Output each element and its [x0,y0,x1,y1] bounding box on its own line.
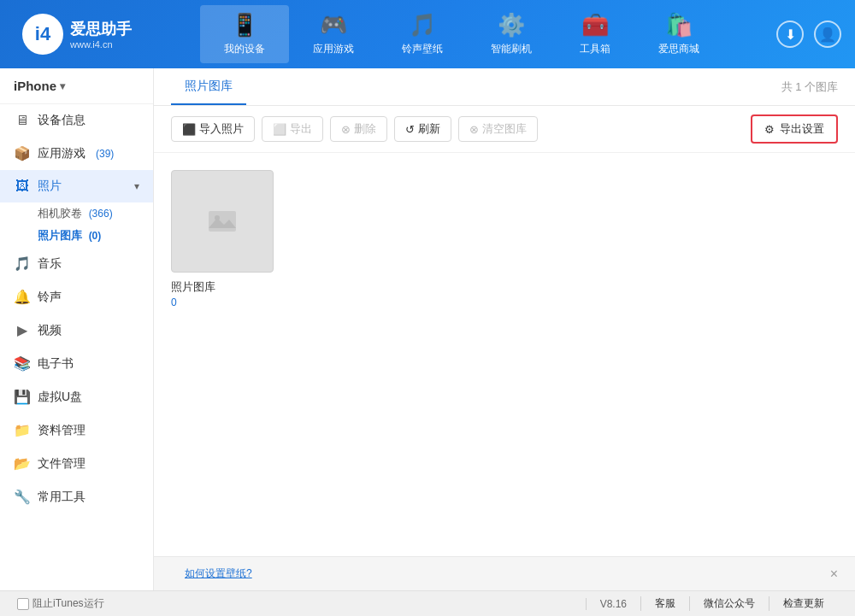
status-link-service[interactable]: 客服 [640,596,689,611]
logo-symbol: i4 [35,23,50,45]
common-tools-icon: 🔧 [14,489,31,505]
device-label[interactable]: iPhone ▾ [0,68,153,104]
logo-url: www.i4.cn [70,39,132,50]
music-icon: 🎵 [14,255,31,272]
content-tabs: 照片图库 [171,68,246,105]
status-link-wechat[interactable]: 微信公众号 [689,596,769,611]
photo-library-count: (0) [89,230,102,242]
nav-item-my-device[interactable]: 📱 我的设备 [200,5,289,63]
photo-placeholder-icon [205,204,239,238]
tab-photo-library[interactable]: 照片图库 [171,68,246,105]
svg-rect-0 [209,211,236,232]
logo-area: i4 爱思助手 www.i4.cn [0,14,154,55]
main-area: iPhone ▾ 🖥 设备信息 📦 应用游戏 (39) 🖼 照片 ▾ 相机胶卷 … [0,68,855,590]
nav-items: 📱 我的设备 🎮 应用游戏 🎵 铃声壁纸 ⚙️ 智能刷机 🧰 工具箱 🛍️ 爱思… [154,5,770,63]
export-settings-icon: ⚙ [764,123,775,136]
sidebar-item-common-tools-label: 常用工具 [38,490,86,505]
sidebar-item-photos[interactable]: 🖼 照片 ▾ [0,170,153,202]
sidebar-item-virtual-udisk[interactable]: 💾 虚拟U盘 [0,380,153,414]
logo-icon: i4 [22,14,63,55]
export-icon: ⬜ [273,123,286,136]
photo-library-label: 照片图库 [38,229,82,242]
sidebar: iPhone ▾ 🖥 设备信息 📦 应用游戏 (39) 🖼 照片 ▾ 相机胶卷 … [0,68,154,590]
sidebar-item-apps[interactable]: 📦 应用游戏 (39) [0,137,153,170]
export-settings-button[interactable]: ⚙ 导出设置 [751,114,838,144]
bottom-hint-link[interactable]: 如何设置壁纸? [185,566,252,581]
status-bar: 阻止iTunes运行 V8.16 客服 微信公众号 检查更新 [0,590,855,616]
toolbar-right: ⚙ 导出设置 [751,114,838,144]
apps-badge: (39) [96,148,114,160]
virtual-udisk-icon: 💾 [14,389,31,405]
refresh-icon: ↺ [405,123,415,136]
camera-roll-count: (366) [89,208,113,220]
sidebar-item-data-manage[interactable]: 📁 资料管理 [0,414,153,447]
sidebar-item-video[interactable]: ▶ 视频 [0,314,153,347]
nav-item-store[interactable]: 🛍️ 爱思商城 [634,5,723,63]
camera-roll-label: 相机胶卷 [38,207,82,220]
import-icon: ⬛ [182,123,196,136]
sidebar-item-apps-label: 应用游戏 [38,146,86,161]
sidebar-item-music-label: 音乐 [38,256,62,272]
user-button[interactable]: 👤 [814,21,841,48]
photo-thumb [171,170,274,273]
clear-button[interactable]: ⊗ 清空图库 [458,116,538,142]
apps-icon: 📦 [14,145,31,161]
nav-item-ringtones[interactable]: 🎵 铃声壁纸 [378,5,467,63]
export-button[interactable]: ⬜ 导出 [262,116,323,142]
video-icon: ▶ [14,322,31,338]
photo-item-count: 0 [171,296,177,308]
nav-label-ringtones: 铃声壁纸 [402,42,443,56]
sidebar-item-file-manage-label: 文件管理 [38,456,86,472]
nav-item-smart-flash[interactable]: ⚙️ 智能刷机 [467,5,556,63]
sidebar-item-device-info-label: 设备信息 [38,113,86,128]
ebook-icon: 📚 [14,355,31,372]
delete-button[interactable]: ⊗ 删除 [330,116,387,142]
content-area: 照片图库 共 1 个图库 ⬛ 导入照片 ⬜ 导出 ⊗ 删除 ↺ 刷新 [154,68,855,590]
content-header: 照片图库 共 1 个图库 [154,68,855,106]
file-manage-icon: 📂 [14,455,31,472]
nav-label-apps-games: 应用游戏 [313,42,354,56]
sidebar-item-file-manage[interactable]: 📂 文件管理 [0,447,153,480]
sidebar-item-video-label: 视频 [38,323,62,338]
photos-icon: 🖼 [14,179,31,194]
bottom-bar: 如何设置壁纸? × [154,556,855,590]
refresh-button[interactable]: ↺ 刷新 [394,116,451,142]
sidebar-item-virtual-udisk-label: 虚拟U盘 [38,390,82,405]
nav-label-store: 爱思商城 [658,42,699,56]
data-manage-icon: 📁 [14,422,31,438]
sidebar-item-photos-label: 照片 [38,179,62,194]
sidebar-item-music[interactable]: 🎵 音乐 [0,247,153,280]
nav-icon-smart-flash: ⚙️ [498,12,525,38]
download-button[interactable]: ⬇ [776,21,804,48]
topbar-right: ⬇ 👤 [770,21,855,48]
sidebar-item-ringtone[interactable]: 🔔 铃声 [0,280,153,314]
device-info-icon: 🖥 [14,113,31,128]
logo-text: 爱思助手 www.i4.cn [70,19,132,50]
version-label: V8.16 [586,598,640,610]
itunes-checkbox[interactable] [17,598,29,610]
chevron-down-icon: ▾ [60,80,65,92]
sidebar-item-common-tools[interactable]: 🔧 常用工具 [0,480,153,513]
itunes-label: 阻止iTunes运行 [32,596,104,611]
sidebar-sub-photo-library[interactable]: 照片图库 (0) [0,225,153,247]
topbar: i4 爱思助手 www.i4.cn 📱 我的设备 🎮 应用游戏 🎵 铃声壁纸 ⚙… [0,0,855,68]
delete-icon: ⊗ [341,123,351,136]
sidebar-item-data-manage-label: 资料管理 [38,423,86,438]
sidebar-item-ebook[interactable]: 📚 电子书 [0,347,153,380]
photo-item[interactable]: 照片图库 0 [171,170,838,308]
photo-grid: 照片图库 0 [154,153,855,556]
status-link-update[interactable]: 检查更新 [769,596,838,611]
nav-item-toolbox[interactable]: 🧰 工具箱 [556,5,634,63]
nav-item-apps-games[interactable]: 🎮 应用游戏 [289,5,378,63]
sidebar-item-device-info[interactable]: 🖥 设备信息 [0,104,153,137]
photo-name: 照片图库 [171,279,215,295]
sidebar-sub-camera-roll[interactable]: 相机胶卷 (366) [0,202,153,225]
bottom-close-button[interactable]: × [830,566,838,582]
nav-icon-my-device: 📱 [231,12,258,38]
status-links: V8.16 客服 微信公众号 检查更新 [586,596,838,611]
import-button[interactable]: ⬛ 导入照片 [171,116,255,142]
sidebar-item-ringtone-label: 铃声 [38,290,62,305]
nav-icon-toolbox: 🧰 [581,12,609,38]
toolbar: ⬛ 导入照片 ⬜ 导出 ⊗ 删除 ↺ 刷新 ⊗ 清空图库 ⚙ [154,106,855,153]
content-count: 共 1 个图库 [781,79,838,95]
